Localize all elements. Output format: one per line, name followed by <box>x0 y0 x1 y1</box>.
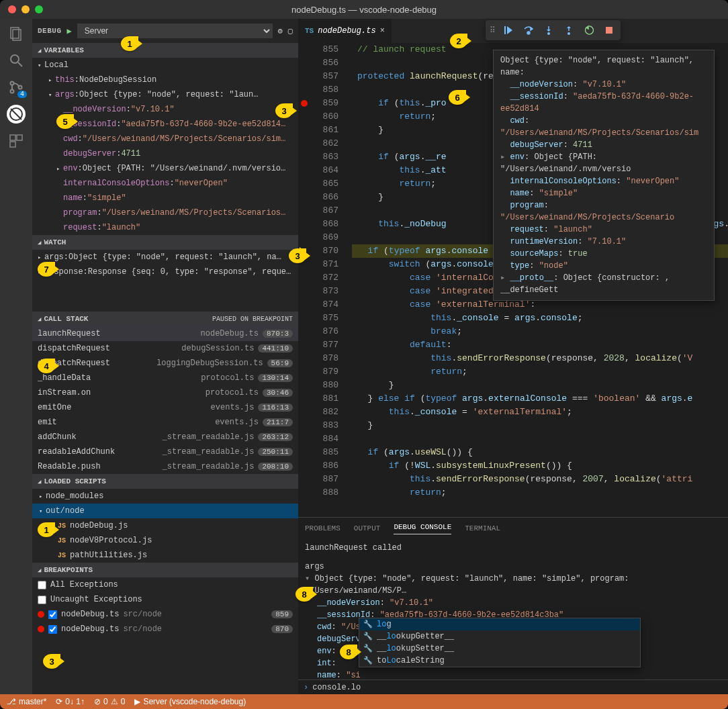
variable-row[interactable]: request: "launch" <box>32 220 298 235</box>
suggest-item[interactable]: 🔧toLocaleString <box>359 655 640 667</box>
annotation-callout: 1 <box>38 522 55 537</box>
variable-row[interactable]: name: "simple" <box>32 191 298 205</box>
annotation-callout: 3 <box>289 248 306 263</box>
debug-icon[interactable] <box>7 105 26 124</box>
breakpoints-header[interactable]: ◢BREAKPOINTS <box>32 563 298 577</box>
callstack-frame[interactable]: inStream.onprotocol.ts30:46 <box>32 385 298 400</box>
run-status[interactable]: ▶ Server (vscode-node-debug) <box>134 697 246 706</box>
continue-button[interactable] <box>500 21 517 39</box>
suggest-widget[interactable]: 🔧log🔧__lookupGetter__🔧__lookupSetter__🔧t… <box>359 618 641 667</box>
loaded-folder[interactable]: ▸node_modules <box>32 489 298 504</box>
debug-console-icon[interactable]: ▢ <box>288 26 293 36</box>
annotation-callout: 2 <box>450 34 467 48</box>
svg-marker-20 <box>567 26 571 28</box>
bp-checkbox[interactable] <box>48 610 57 619</box>
breakpoint-glyph[interactable] <box>301 100 308 107</box>
ts-file-icon: TS <box>305 27 314 35</box>
variables-header[interactable]: ◢VARIABLES <box>32 43 298 58</box>
gear-icon[interactable]: ⚙ <box>278 26 283 36</box>
tab-nodedebug[interactable]: TS nodeDebug.ts × <box>298 19 392 43</box>
svg-point-5 <box>11 90 14 93</box>
annotation-callout: 3 <box>43 654 60 669</box>
start-debug-button[interactable]: ▶ <box>67 26 72 36</box>
variable-row[interactable]: program: "/Users/weinand/MS/Projects/Sce… <box>32 205 298 220</box>
svg-point-18 <box>547 32 550 35</box>
variable-row[interactable]: ▸this: NodeDebugSession <box>32 73 298 87</box>
panel-tab[interactable]: OUTPUT <box>354 524 381 532</box>
callstack-header[interactable]: ◢CALL STACKPAUSED ON BREAKPOINT <box>32 312 298 326</box>
sync-status[interactable]: ⟳ 0↓ 1↑ <box>56 697 85 706</box>
errors-status[interactable]: ⊘ 0 ⚠ 0 <box>94 697 125 706</box>
repl-input[interactable]: ›console.lo <box>298 679 728 694</box>
breakpoint-icon <box>38 611 44 618</box>
svg-rect-10 <box>17 135 22 140</box>
watch-row[interactable]: ▸response: Response {seq: 0, type: "resp… <box>32 265 298 279</box>
bp-checkbox[interactable] <box>38 596 46 604</box>
svg-marker-22 <box>586 26 588 29</box>
exception-breakpoint[interactable]: All Exceptions <box>32 577 298 592</box>
annotation-callout: 6 <box>449 90 466 105</box>
callstack-frame[interactable]: emitOneevents.js116:13 <box>32 400 298 415</box>
callstack-frame[interactable]: addChunk_stream_readable.js263:12 <box>32 430 298 444</box>
variables-scope[interactable]: ▾Local <box>32 58 298 73</box>
breakpoint-row[interactable]: nodeDebug.tssrc/node870 <box>32 622 298 636</box>
variable-row[interactable]: ▸env: Object {PATH: "/Users/weinand/.nvm… <box>32 161 298 176</box>
watch-row[interactable]: ▸args: Object {type: "node", request: "l… <box>32 250 298 265</box>
debug-toolbar[interactable]: ⠿ <box>486 20 621 40</box>
extensions-icon[interactable] <box>7 132 26 150</box>
panel-tab[interactable]: PROBLEMS <box>305 524 340 532</box>
panel-tab[interactable]: TERMINAL <box>465 524 500 532</box>
callstack-frame[interactable]: dispatchRequestdebugSession.ts441:10 <box>32 341 298 356</box>
loaded-folder[interactable]: ▾out/node <box>32 504 298 518</box>
debug-config-select[interactable]: Server <box>77 23 273 38</box>
suggest-item[interactable]: 🔧log <box>359 618 640 630</box>
window-title: nodeDebug.ts — vscode-node-debug <box>291 5 437 15</box>
close-window[interactable] <box>8 5 16 13</box>
annotation-callout: 8 <box>295 587 313 602</box>
loaded-header[interactable]: ◢LOADED SCRIPTS <box>32 474 298 489</box>
loaded-script[interactable]: JSnodeDebug.js <box>32 518 298 533</box>
variable-row[interactable]: debugServer: 4711 <box>32 146 298 161</box>
step-out-button[interactable] <box>560 21 578 39</box>
bp-checkbox[interactable] <box>48 625 57 634</box>
variable-row[interactable]: ▾args: Object {type: "node", request: "l… <box>32 87 298 102</box>
step-over-button[interactable] <box>520 21 537 39</box>
panel-tab[interactable]: DEBUG CONSOLE <box>394 523 451 534</box>
loaded-script[interactable]: JSnodeV8Protocol.js <box>32 533 298 548</box>
step-into-button[interactable] <box>540 21 557 39</box>
svg-rect-12 <box>504 26 506 34</box>
loaded-script[interactable]: JSpathUtilities.js <box>32 548 298 563</box>
callstack-frame[interactable]: _handleDataprotocol.ts130:14 <box>32 371 298 385</box>
code-editor[interactable]: 8558568578588598608618628638648658668678… <box>298 43 728 517</box>
minimize-window[interactable] <box>21 5 30 13</box>
close-tab-icon[interactable]: × <box>380 26 385 36</box>
suggest-item[interactable]: 🔧__lookupSetter__ <box>359 643 640 655</box>
annotation-callout: 4 <box>38 359 55 373</box>
callstack-frame[interactable]: emitevents.js211:7 <box>32 415 298 430</box>
svg-marker-17 <box>547 30 551 32</box>
debug-hover[interactable]: Object {type: "node", request: "launch",… <box>493 50 715 301</box>
search-icon[interactable] <box>7 51 26 70</box>
traffic-lights <box>0 5 43 13</box>
watch-header[interactable]: ◢WATCH <box>32 235 298 250</box>
debug-console[interactable]: launchRequest called args ▾ Object {type… <box>298 539 728 679</box>
maximize-window[interactable] <box>35 5 43 13</box>
stop-button[interactable] <box>600 21 618 39</box>
variable-row[interactable]: internalConsoleOptions: "neverOpen" <box>32 176 298 191</box>
bp-checkbox[interactable] <box>38 581 46 589</box>
branch-status[interactable]: ⎇ master* <box>7 697 46 706</box>
exception-breakpoint[interactable]: Uncaught Exceptions <box>32 592 298 607</box>
panel-tabs: PROBLEMSOUTPUTDEBUG CONSOLETERMINAL <box>298 518 728 539</box>
grip-icon[interactable]: ⠿ <box>488 24 497 37</box>
explorer-icon[interactable] <box>7 24 26 43</box>
editor-area: TS nodeDebug.ts × ⠿ 85585685785885986086… <box>298 19 728 694</box>
restart-button[interactable] <box>580 21 598 39</box>
callstack-frame[interactable]: Readable.push_stream_readable.js208:10 <box>32 459 298 474</box>
breakpoint-row[interactable]: nodeDebug.tssrc/node859 <box>32 607 298 622</box>
scm-icon[interactable]: 4 <box>7 78 26 97</box>
suggest-item[interactable]: 🔧__lookupGetter__ <box>359 630 640 643</box>
callstack-frame[interactable]: dispatchRequestloggingDebugSession.ts56:… <box>32 356 298 371</box>
callstack-frame[interactable]: readableAddChunk_stream_readable.js250:1… <box>32 444 298 459</box>
callstack-frame[interactable]: launchRequestnodeDebug.ts870:3 <box>32 326 298 341</box>
variable-row[interactable]: cwd: "/Users/weinand/MS/Projects/Scenari… <box>32 132 298 146</box>
